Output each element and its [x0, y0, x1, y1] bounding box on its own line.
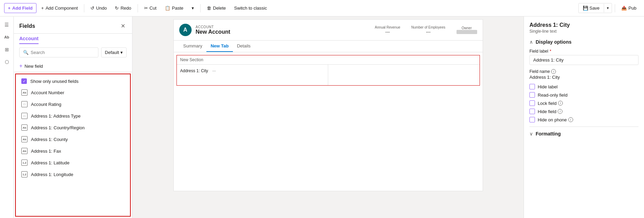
list-item[interactable]: □ Address 1: Address Type — [16, 110, 130, 122]
list-item[interactable]: □ Account Rating — [16, 98, 130, 110]
display-options-section[interactable]: ∧ Display options — [529, 39, 638, 45]
chevron-down-icon: ▾ — [192, 6, 194, 11]
hide-field-option[interactable]: Hide field i — [529, 109, 638, 114]
close-fields-panel-button[interactable]: ✕ — [119, 21, 127, 31]
field-item-label: Account Number — [31, 90, 64, 95]
field-icon-ab3: Ab — [21, 136, 28, 142]
form-preview: A ACCOUNT New Account Annual Revenue ---… — [173, 19, 483, 191]
annual-revenue-value: --- — [375, 29, 400, 34]
redo-button[interactable]: ↻ Redo — [111, 3, 135, 13]
form-header-type: ACCOUNT — [196, 25, 371, 29]
divider-3 — [200, 4, 201, 12]
list-item[interactable]: Ab Address 1: Fax — [16, 145, 130, 157]
tab-new-tab[interactable]: New Tab — [206, 41, 233, 52]
fields-search-row: 🔍 Default ▾ — [14, 44, 132, 61]
hide-phone-info-icon[interactable]: i — [568, 117, 573, 122]
field-label-input[interactable] — [529, 55, 638, 65]
save-dropdown-button[interactable]: ▾ — [604, 4, 612, 12]
publish-icon: 📤 — [621, 6, 627, 11]
owner-field: Owner — [457, 26, 477, 34]
sidebar-icons: ☰ Ab ⊞ ⬡ — [0, 17, 14, 218]
fields-list-container: ✓ Show only unused fields Ab Account Num… — [15, 74, 131, 217]
layers-icon-button[interactable]: ⬡ — [1, 56, 12, 67]
num-employees-value: --- — [411, 29, 446, 34]
field-icon-num1: 1.2 — [21, 160, 28, 166]
lock-field-checkbox[interactable] — [529, 100, 535, 106]
list-item[interactable]: 1.2 Address 1: Latitude — [16, 157, 130, 168]
hide-phone-label: Hide on phone i — [538, 117, 573, 122]
readonly-option[interactable]: Read-only field — [529, 92, 638, 98]
field-icon-num2: 1.2 — [21, 171, 28, 177]
hide-label-label: Hide label — [538, 84, 558, 89]
field-item-label: Address 1: Fax — [31, 149, 61, 154]
delete-icon: 🗑 — [207, 6, 211, 11]
new-field-label: New field — [24, 64, 43, 69]
tab-summary[interactable]: Summary — [179, 41, 207, 52]
hide-field-info-icon[interactable]: i — [558, 109, 562, 114]
form-header-name: New Account — [196, 29, 371, 35]
right-panel-title: Address 1: City — [529, 22, 638, 28]
owner-label: Owner — [457, 26, 477, 30]
add-field-button[interactable]: + Add Field — [4, 3, 36, 13]
toolbar-right: 💾 Save ▾ 📤 Pub — [578, 3, 640, 13]
main-area: ☰ Ab ⊞ ⬡ Fields ✕ Account 🔍 Default ▾ — [0, 17, 644, 218]
save-button-group: 💾 Save ▾ — [578, 3, 612, 13]
list-item[interactable]: Ab Account Number — [16, 87, 130, 98]
field-label-heading: Field label * — [529, 49, 638, 54]
formatting-section[interactable]: ∨ Formatting — [529, 131, 638, 137]
switch-classic-button[interactable]: Switch to classic — [231, 3, 270, 13]
field-item-label: Address 1: Country/Region — [31, 125, 85, 130]
account-tab[interactable]: Account — [19, 34, 39, 44]
owner-value — [457, 30, 477, 34]
paste-dropdown-button[interactable]: ▾ — [188, 3, 197, 13]
paste-icon: 📋 — [165, 6, 170, 11]
chevron-down-icon-save: ▾ — [607, 6, 609, 10]
hide-label-checkbox[interactable] — [529, 84, 535, 89]
show-unused-fields-row[interactable]: ✓ Show only unused fields — [16, 76, 130, 87]
field-icon-box2: □ — [21, 113, 28, 119]
menu-icon-button[interactable]: ☰ — [1, 19, 12, 30]
hide-field-checkbox[interactable] — [529, 109, 535, 114]
hide-label-option[interactable]: Hide label — [529, 84, 638, 89]
plus-icon-component: + — [41, 6, 44, 11]
list-item[interactable]: Ab Address 1: County — [16, 133, 130, 145]
readonly-label: Read-only field — [538, 92, 568, 98]
num-employees-label: Number of Employees — [411, 25, 446, 29]
delete-button[interactable]: 🗑 Delete — [203, 3, 229, 13]
field-item-label: Address 1: Longitude — [31, 172, 73, 177]
add-component-button[interactable]: + Add Component — [38, 3, 82, 13]
cut-icon: ✂ — [144, 6, 148, 11]
paste-button[interactable]: 📋 Paste — [161, 3, 187, 13]
save-icon: 💾 — [583, 6, 588, 11]
search-input[interactable] — [31, 50, 95, 55]
fields-list: ✓ Show only unused fields Ab Account Num… — [16, 74, 130, 216]
field-item-label: Address 1: Latitude — [31, 160, 69, 165]
form-header-fields: Annual Revenue --- Number of Employees -… — [375, 25, 477, 34]
show-unused-checkbox[interactable]: ✓ — [21, 78, 27, 84]
hide-phone-checkbox[interactable] — [529, 117, 535, 122]
publish-button[interactable]: 📤 Pub — [618, 3, 640, 13]
save-button[interactable]: 💾 Save — [579, 3, 604, 13]
annual-revenue-field: Annual Revenue --- — [375, 25, 400, 34]
list-item[interactable]: 1.2 Address 1: Longitude — [16, 168, 130, 180]
field-name-info-icon[interactable]: i — [551, 69, 556, 74]
lock-field-option[interactable]: Lock field i — [529, 100, 638, 106]
text-icon: Ab — [4, 35, 9, 39]
cut-button[interactable]: ✂ Cut — [141, 3, 160, 13]
default-dropdown-button[interactable]: Default ▾ — [101, 47, 127, 57]
account-avatar: A — [179, 24, 192, 36]
list-item[interactable]: Ab Address 1: Country/Region — [16, 122, 130, 133]
readonly-checkbox[interactable] — [529, 92, 535, 98]
tab-details[interactable]: Details — [233, 41, 255, 52]
section-field-dots: ··· — [212, 68, 216, 73]
chevron-up-icon: ∧ — [529, 39, 533, 45]
grid-icon-button[interactable]: ⊞ — [1, 44, 12, 55]
plus-icon-new-field: + — [19, 63, 22, 69]
undo-button[interactable]: ↺ Undo — [87, 3, 110, 13]
required-star: * — [550, 49, 551, 54]
hide-phone-option[interactable]: Hide on phone i — [529, 117, 638, 122]
new-field-row[interactable]: + New field — [14, 61, 132, 72]
layers-icon: ⬡ — [5, 59, 9, 65]
text-icon-button[interactable]: Ab — [1, 32, 12, 43]
lock-field-info-icon[interactable]: i — [558, 101, 563, 106]
